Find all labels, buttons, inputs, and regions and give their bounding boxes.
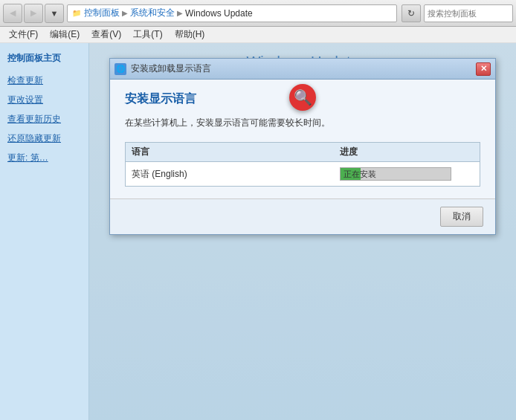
search-magnifier-overlay: 🔍: [289, 84, 316, 111]
menu-file[interactable]: 文件(F): [3, 27, 44, 42]
main-area: 控制面板主页 检查更新 更改设置 查看更新历史 还原隐藏更新 更新: 第… Wi…: [0, 43, 516, 420]
breadcrumb-part1[interactable]: 控制面板: [84, 7, 120, 19]
dialog-close-button[interactable]: ✕: [476, 62, 491, 76]
sidebar-view-history[interactable]: 查看更新历史: [0, 109, 88, 129]
title-bar: ◀ ▶ ▼ 📁 控制面板 ▶ 系统和安全 ▶ Windows Update ↻ …: [0, 0, 516, 27]
sidebar: 控制面板主页 检查更新 更改设置 查看更新历史 还原隐藏更新 更新: 第…: [0, 43, 89, 420]
breadcrumb-part2[interactable]: 系统和安全: [130, 7, 175, 19]
language-table: 语言 进度 英语 (English) 正在安装: [125, 142, 480, 187]
menu-tools[interactable]: 工具(T): [127, 27, 168, 42]
menu-help[interactable]: 帮助(H): [169, 27, 211, 42]
cancel-button[interactable]: 取消: [440, 207, 483, 227]
refresh-button[interactable]: ↻: [401, 4, 421, 22]
table-row: 英语 (English) 正在安装: [126, 162, 480, 186]
menu-edit[interactable]: 编辑(E): [44, 27, 86, 42]
magnifier-icon: 🔍: [294, 88, 312, 106]
col-progress-header: 进度: [340, 146, 474, 158]
forward-button[interactable]: ▶: [24, 4, 43, 23]
progress-label: 正在安装: [341, 168, 451, 180]
sidebar-home[interactable]: 控制面板主页: [0, 49, 88, 71]
dialog-title-icon: 🌐: [115, 63, 126, 75]
search-input[interactable]: [428, 9, 516, 18]
col-lang-header: 语言: [132, 146, 340, 158]
dropdown-button[interactable]: ▼: [45, 4, 64, 23]
breadcrumb-sep2: ▶: [177, 9, 183, 17]
nav-buttons: ◀ ▶ ▼: [3, 4, 64, 23]
search-container: 🔍: [424, 4, 513, 22]
menu-view[interactable]: 查看(V): [86, 27, 127, 42]
sidebar-change-settings[interactable]: 更改设置: [0, 90, 88, 109]
progress-bar-container: 正在安装: [340, 167, 451, 181]
address-bar-icon: 📁: [71, 7, 83, 19]
sidebar-updates[interactable]: 更新: 第…: [0, 148, 88, 167]
content-area: Windows Update 🔍 🌐 安装或卸载显示语言 ✕ 安装显示语言 在某…: [89, 43, 516, 420]
breadcrumb-sep1: ▶: [122, 9, 128, 17]
sidebar-check-update[interactable]: 检查更新: [0, 71, 88, 90]
sidebar-restore-hidden[interactable]: 还原隐藏更新: [0, 129, 88, 148]
lang-name: 英语 (English): [132, 168, 340, 181]
dialog-footer: 取消: [110, 198, 495, 234]
table-header: 语言 进度: [126, 143, 480, 162]
progress-cell: 正在安装: [340, 167, 474, 181]
breadcrumb-part3: Windows Update: [185, 8, 253, 19]
dialog-description: 在某些计算机上，安装显示语言可能需要较长时间。: [125, 116, 480, 130]
dialog-title-text: 安装或卸载显示语言: [131, 62, 476, 75]
breadcrumb: 控制面板 ▶ 系统和安全 ▶ Windows Update: [84, 7, 253, 19]
dialog-titlebar: 🌐 安装或卸载显示语言 ✕: [110, 59, 495, 80]
menu-bar: 文件(F) 编辑(E) 查看(V) 工具(T) 帮助(H): [0, 27, 516, 43]
back-button[interactable]: ◀: [3, 4, 22, 23]
address-bar: 📁 控制面板 ▶ 系统和安全 ▶ Windows Update: [67, 4, 397, 22]
